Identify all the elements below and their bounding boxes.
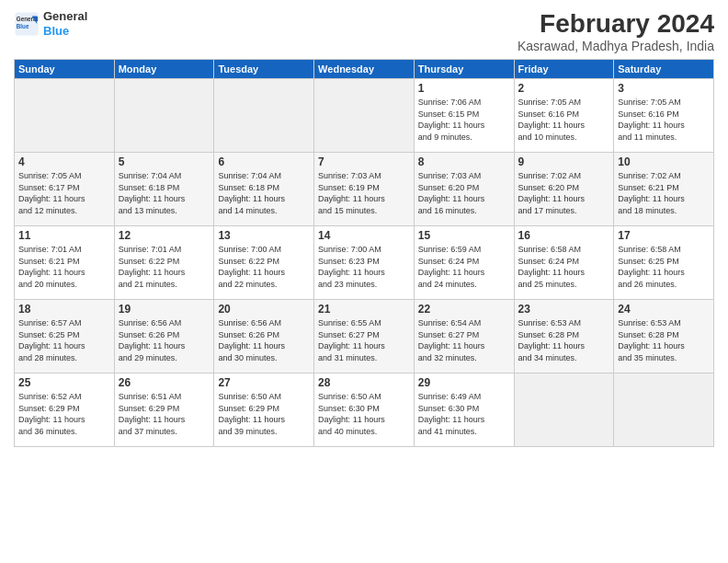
calendar-cell: 3Sunrise: 7:05 AM Sunset: 6:16 PM Daylig… bbox=[614, 79, 714, 153]
svg-text:Blue: Blue bbox=[17, 22, 29, 29]
logo: General Blue General Blue bbox=[14, 9, 87, 38]
calendar-cell: 11Sunrise: 7:01 AM Sunset: 6:21 PM Dayli… bbox=[15, 226, 115, 300]
calendar-cell: 8Sunrise: 7:03 AM Sunset: 6:20 PM Daylig… bbox=[414, 153, 514, 226]
calendar-cell: 19Sunrise: 6:56 AM Sunset: 6:26 PM Dayli… bbox=[114, 300, 214, 373]
day-number: 16 bbox=[518, 229, 610, 242]
day-info: Sunrise: 6:57 AM Sunset: 6:25 PM Dayligh… bbox=[18, 317, 110, 363]
calendar-cell: 13Sunrise: 7:00 AM Sunset: 6:22 PM Dayli… bbox=[214, 226, 314, 300]
calendar-cell: 26Sunrise: 6:51 AM Sunset: 6:29 PM Dayli… bbox=[114, 373, 214, 447]
day-info: Sunrise: 6:49 AM Sunset: 6:30 PM Dayligh… bbox=[418, 391, 510, 437]
day-info: Sunrise: 6:58 AM Sunset: 6:25 PM Dayligh… bbox=[618, 244, 710, 290]
calendar-cell: 4Sunrise: 7:05 AM Sunset: 6:17 PM Daylig… bbox=[15, 153, 115, 226]
day-info: Sunrise: 6:54 AM Sunset: 6:27 PM Dayligh… bbox=[418, 317, 510, 363]
day-info: Sunrise: 7:01 AM Sunset: 6:21 PM Dayligh… bbox=[18, 244, 110, 290]
header-row: Sunday Monday Tuesday Wednesday Thursday… bbox=[15, 60, 714, 79]
main-title: February 2024 bbox=[518, 9, 714, 39]
col-thursday: Thursday bbox=[414, 60, 514, 79]
calendar-cell: 10Sunrise: 7:02 AM Sunset: 6:21 PM Dayli… bbox=[614, 153, 714, 226]
day-number: 24 bbox=[618, 303, 710, 316]
calendar-cell: 25Sunrise: 6:52 AM Sunset: 6:29 PM Dayli… bbox=[15, 373, 115, 447]
calendar-cell: 23Sunrise: 6:53 AM Sunset: 6:28 PM Dayli… bbox=[514, 300, 614, 373]
subtitle: Kasrawad, Madhya Pradesh, India bbox=[518, 39, 714, 53]
calendar-cell: 29Sunrise: 6:49 AM Sunset: 6:30 PM Dayli… bbox=[414, 373, 514, 447]
day-info: Sunrise: 6:50 AM Sunset: 6:30 PM Dayligh… bbox=[318, 391, 410, 437]
logo-line2: Blue bbox=[43, 24, 69, 38]
day-number: 20 bbox=[218, 303, 310, 316]
day-info: Sunrise: 6:56 AM Sunset: 6:26 PM Dayligh… bbox=[119, 317, 210, 363]
day-number: 5 bbox=[119, 155, 210, 168]
day-info: Sunrise: 7:01 AM Sunset: 6:22 PM Dayligh… bbox=[119, 244, 210, 290]
day-number: 8 bbox=[418, 155, 510, 168]
day-info: Sunrise: 6:51 AM Sunset: 6:29 PM Dayligh… bbox=[119, 391, 210, 437]
calendar-cell bbox=[114, 79, 214, 153]
calendar-cell: 1Sunrise: 7:06 AM Sunset: 6:15 PM Daylig… bbox=[414, 79, 514, 153]
day-info: Sunrise: 7:03 AM Sunset: 6:20 PM Dayligh… bbox=[418, 170, 510, 216]
day-info: Sunrise: 7:06 AM Sunset: 6:15 PM Dayligh… bbox=[418, 97, 510, 143]
calendar-cell: 5Sunrise: 7:04 AM Sunset: 6:18 PM Daylig… bbox=[114, 153, 214, 226]
day-number: 26 bbox=[119, 376, 210, 389]
calendar-cell: 16Sunrise: 6:58 AM Sunset: 6:24 PM Dayli… bbox=[514, 226, 614, 300]
logo-line1: General bbox=[43, 9, 87, 23]
logo-icon: General Blue bbox=[14, 11, 40, 37]
calendar-cell: 27Sunrise: 6:50 AM Sunset: 6:29 PM Dayli… bbox=[214, 373, 314, 447]
day-number: 23 bbox=[518, 303, 610, 316]
day-number: 6 bbox=[218, 155, 310, 168]
day-info: Sunrise: 7:04 AM Sunset: 6:18 PM Dayligh… bbox=[218, 170, 310, 216]
day-info: Sunrise: 7:05 AM Sunset: 6:16 PM Dayligh… bbox=[618, 97, 710, 143]
day-info: Sunrise: 7:02 AM Sunset: 6:20 PM Dayligh… bbox=[518, 170, 610, 216]
day-info: Sunrise: 6:52 AM Sunset: 6:29 PM Dayligh… bbox=[18, 391, 110, 437]
calendar-cell: 9Sunrise: 7:02 AM Sunset: 6:20 PM Daylig… bbox=[514, 153, 614, 226]
day-number: 15 bbox=[418, 229, 510, 242]
day-number: 28 bbox=[318, 376, 410, 389]
page: General Blue General Blue February 2024 … bbox=[0, 0, 728, 563]
calendar-cell: 15Sunrise: 6:59 AM Sunset: 6:24 PM Dayli… bbox=[414, 226, 514, 300]
day-number: 9 bbox=[518, 155, 610, 168]
day-number: 18 bbox=[18, 303, 110, 316]
day-number: 11 bbox=[18, 229, 110, 242]
day-number: 7 bbox=[318, 155, 410, 168]
calendar-cell: 28Sunrise: 6:50 AM Sunset: 6:30 PM Dayli… bbox=[314, 373, 415, 447]
day-info: Sunrise: 7:05 AM Sunset: 6:17 PM Dayligh… bbox=[18, 170, 110, 216]
title-block: February 2024 Kasrawad, Madhya Pradesh, … bbox=[518, 9, 714, 53]
calendar-cell: 17Sunrise: 6:58 AM Sunset: 6:25 PM Dayli… bbox=[614, 226, 714, 300]
day-number: 12 bbox=[119, 229, 210, 242]
day-info: Sunrise: 6:55 AM Sunset: 6:27 PM Dayligh… bbox=[318, 317, 410, 363]
calendar-cell bbox=[15, 79, 115, 153]
day-info: Sunrise: 7:02 AM Sunset: 6:21 PM Dayligh… bbox=[618, 170, 710, 216]
col-friday: Friday bbox=[514, 60, 614, 79]
day-info: Sunrise: 6:50 AM Sunset: 6:29 PM Dayligh… bbox=[218, 391, 310, 437]
calendar-week-0: 1Sunrise: 7:06 AM Sunset: 6:15 PM Daylig… bbox=[15, 79, 714, 153]
day-info: Sunrise: 7:00 AM Sunset: 6:23 PM Dayligh… bbox=[318, 244, 410, 290]
calendar-body: 1Sunrise: 7:06 AM Sunset: 6:15 PM Daylig… bbox=[15, 79, 714, 447]
calendar-cell bbox=[514, 373, 614, 447]
day-info: Sunrise: 6:53 AM Sunset: 6:28 PM Dayligh… bbox=[518, 317, 610, 363]
day-number: 22 bbox=[418, 303, 510, 316]
day-number: 4 bbox=[18, 155, 110, 168]
col-tuesday: Tuesday bbox=[214, 60, 314, 79]
calendar-cell: 22Sunrise: 6:54 AM Sunset: 6:27 PM Dayli… bbox=[414, 300, 514, 373]
calendar-cell: 18Sunrise: 6:57 AM Sunset: 6:25 PM Dayli… bbox=[15, 300, 115, 373]
day-number: 27 bbox=[218, 376, 310, 389]
col-sunday: Sunday bbox=[15, 60, 115, 79]
col-monday: Monday bbox=[114, 60, 214, 79]
day-number: 3 bbox=[618, 82, 710, 95]
day-number: 17 bbox=[618, 229, 710, 242]
calendar-cell bbox=[214, 79, 314, 153]
logo-text: General Blue bbox=[43, 9, 87, 38]
calendar-cell: 21Sunrise: 6:55 AM Sunset: 6:27 PM Dayli… bbox=[314, 300, 415, 373]
calendar-header: Sunday Monday Tuesday Wednesday Thursday… bbox=[15, 60, 714, 79]
calendar-cell: 12Sunrise: 7:01 AM Sunset: 6:22 PM Dayli… bbox=[114, 226, 214, 300]
day-number: 13 bbox=[218, 229, 310, 242]
calendar-week-1: 4Sunrise: 7:05 AM Sunset: 6:17 PM Daylig… bbox=[15, 153, 714, 226]
day-info: Sunrise: 6:56 AM Sunset: 6:26 PM Dayligh… bbox=[218, 317, 310, 363]
day-info: Sunrise: 6:59 AM Sunset: 6:24 PM Dayligh… bbox=[418, 244, 510, 290]
calendar-cell: 24Sunrise: 6:53 AM Sunset: 6:28 PM Dayli… bbox=[614, 300, 714, 373]
day-info: Sunrise: 7:00 AM Sunset: 6:22 PM Dayligh… bbox=[218, 244, 310, 290]
day-number: 2 bbox=[518, 82, 610, 95]
calendar-week-4: 25Sunrise: 6:52 AM Sunset: 6:29 PM Dayli… bbox=[15, 373, 714, 447]
day-info: Sunrise: 7:05 AM Sunset: 6:16 PM Dayligh… bbox=[518, 97, 610, 143]
calendar-cell: 7Sunrise: 7:03 AM Sunset: 6:19 PM Daylig… bbox=[314, 153, 415, 226]
day-info: Sunrise: 6:53 AM Sunset: 6:28 PM Dayligh… bbox=[618, 317, 710, 363]
calendar-week-3: 18Sunrise: 6:57 AM Sunset: 6:25 PM Dayli… bbox=[15, 300, 714, 373]
calendar-week-2: 11Sunrise: 7:01 AM Sunset: 6:21 PM Dayli… bbox=[15, 226, 714, 300]
